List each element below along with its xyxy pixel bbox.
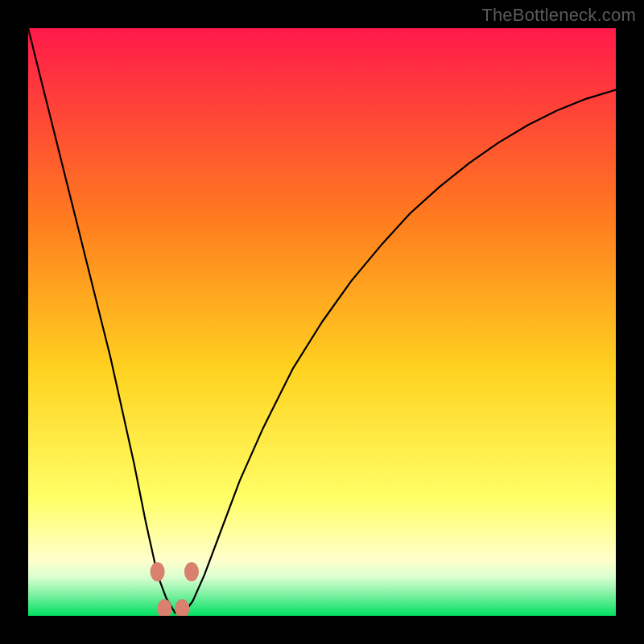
svg-point-1	[151, 562, 165, 581]
svg-point-4	[184, 562, 199, 581]
bottleneck-curve-chart	[28, 28, 616, 616]
chart-plot-area	[28, 28, 616, 616]
watermark-text: TheBottleneck.com	[481, 5, 636, 26]
